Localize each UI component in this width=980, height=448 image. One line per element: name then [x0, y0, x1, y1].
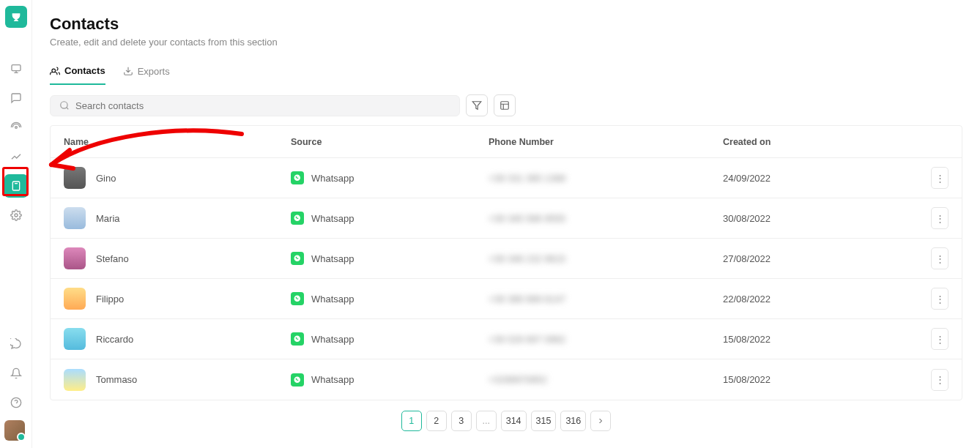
created-date: 15/08/2022 [723, 374, 905, 385]
phone-blurred: +39 349 232 9815 [489, 253, 565, 264]
settings-icon[interactable] [4, 204, 28, 227]
svg-rect-0 [12, 65, 21, 71]
broadcast-icon[interactable] [4, 116, 28, 139]
created-date: 24/09/2022 [723, 173, 905, 184]
sidebar [0, 0, 32, 448]
chevron-right-icon [596, 417, 605, 425]
page-ellipsis: ... [476, 411, 497, 431]
source-label: Whatsapp [311, 173, 354, 184]
search-input[interactable] [75, 100, 450, 111]
created-date: 22/08/2022 [723, 294, 905, 305]
row-actions-button[interactable]: ⋮ [931, 247, 949, 269]
avatar [64, 288, 86, 310]
source-label: Whatsapp [311, 374, 354, 385]
whatsapp-source-icon [291, 332, 304, 346]
page-314[interactable]: 314 [501, 411, 527, 431]
contact-name: Stefano [96, 253, 129, 264]
avatar [64, 247, 86, 269]
avatar [64, 167, 86, 189]
source-label: Whatsapp [311, 334, 354, 345]
created-date: 30/08/2022 [723, 213, 905, 224]
notification-icon[interactable] [4, 362, 28, 385]
page-title: Contacts [50, 15, 962, 34]
svg-point-3 [15, 214, 18, 217]
col-name[interactable]: Name [64, 137, 291, 147]
row-actions-button[interactable]: ⋮ [931, 328, 949, 350]
table-row[interactable]: Riccardo Whatsapp +39 529 697 0982 15/08… [51, 319, 962, 359]
avatar [64, 369, 86, 391]
table-header: Name Source Phone Number Created on [51, 126, 962, 158]
table-row[interactable]: Tommaso Whatsapp +3298970852 15/08/2022 … [51, 359, 962, 400]
page-1[interactable]: 1 [401, 411, 422, 431]
row-actions-button[interactable]: ⋮ [931, 207, 949, 229]
table-row[interactable]: Gino Whatsapp +39 331 365 1388 24/09/202… [51, 158, 962, 198]
whatsapp-source-icon [291, 171, 304, 184]
page-3[interactable]: 3 [451, 411, 472, 431]
phone-blurred: +39 345 586 9555 [489, 213, 565, 224]
whatsapp-source-icon [291, 212, 304, 225]
tab-exports[interactable]: Exports [123, 65, 170, 84]
source-label: Whatsapp [311, 253, 354, 264]
chat-icon[interactable] [4, 86, 28, 110]
row-actions-button[interactable]: ⋮ [931, 167, 949, 189]
monitor-icon[interactable] [4, 57, 28, 81]
toolbar [50, 94, 962, 116]
table-row[interactable]: Filippo Whatsapp +39 389 989 8147 22/08/… [51, 279, 962, 319]
row-actions-button[interactable]: ⋮ [931, 288, 949, 310]
avatar [64, 207, 86, 229]
analytics-icon[interactable] [4, 145, 28, 168]
whatsapp-source-icon [291, 292, 304, 305]
row-actions-button[interactable]: ⋮ [931, 369, 949, 391]
phone-blurred: +39 529 697 0982 [489, 334, 565, 345]
search-input-wrapper[interactable] [50, 95, 460, 116]
contacts-icon[interactable] [4, 174, 28, 198]
phone-blurred: +39 331 365 1388 [489, 173, 565, 184]
svg-rect-2 [12, 182, 19, 190]
table-row[interactable]: Stefano Whatsapp +39 349 232 9815 27/08/… [51, 239, 962, 279]
page-2[interactable]: 2 [426, 411, 447, 431]
created-date: 27/08/2022 [723, 253, 905, 264]
source-label: Whatsapp [311, 213, 354, 224]
svg-point-5 [61, 102, 67, 108]
contact-name: Filippo [96, 294, 124, 305]
whatsapp-source-icon [291, 252, 304, 265]
page-next[interactable] [590, 411, 611, 431]
svg-point-1 [15, 127, 17, 129]
help-icon[interactable] [4, 391, 28, 414]
tab-contacts[interactable]: Contacts [50, 65, 105, 85]
contact-name: Gino [96, 173, 116, 184]
contact-name: Riccardo [96, 334, 133, 345]
whatsapp-source-icon [291, 373, 304, 387]
contact-name: Tommaso [96, 374, 137, 385]
created-date: 15/08/2022 [723, 334, 905, 345]
phone-blurred: +39 389 989 8147 [489, 294, 565, 305]
phone-blurred: +3298970852 [489, 374, 547, 385]
avatar [64, 328, 86, 350]
page-316[interactable]: 316 [560, 411, 586, 431]
table-row[interactable]: Maria Whatsapp +39 345 586 9555 30/08/20… [51, 198, 962, 239]
col-phone[interactable]: Phone Number [489, 137, 723, 147]
tab-contacts-label: Contacts [64, 65, 105, 76]
col-source[interactable]: Source [291, 137, 489, 147]
svg-rect-6 [501, 102, 509, 110]
contact-name: Maria [96, 213, 120, 224]
contacts-table: Name Source Phone Number Created on Gino… [50, 125, 962, 400]
col-created[interactable]: Created on [723, 137, 905, 147]
tab-exports-label: Exports [138, 66, 170, 77]
source-label: Whatsapp [311, 294, 354, 305]
columns-button[interactable] [494, 94, 516, 116]
search-icon [59, 100, 70, 111]
pagination: 1 2 3 ... 314 315 316 [50, 400, 962, 441]
main-content: Contacts Create, edit and delete your co… [32, 0, 980, 448]
tabs: Contacts Exports [50, 65, 962, 84]
app-logo[interactable] [5, 6, 27, 28]
whatsapp-icon[interactable] [4, 332, 28, 356]
page-315[interactable]: 315 [531, 411, 557, 431]
page-subtitle: Create, edit and delete your contacts fr… [50, 37, 962, 48]
user-avatar[interactable] [4, 420, 25, 441]
sidebar-lower [4, 332, 28, 448]
filter-button[interactable] [466, 94, 488, 116]
